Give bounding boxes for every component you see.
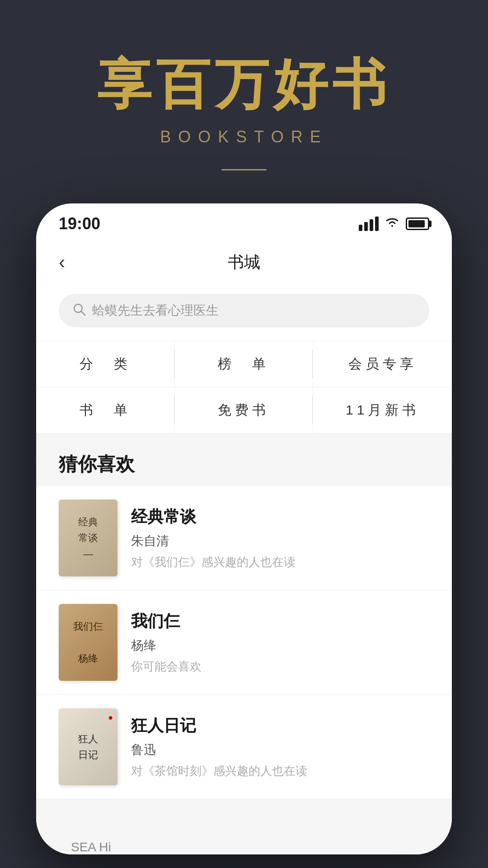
book-desc-2: 你可能会喜欢	[131, 659, 429, 675]
divider	[312, 396, 313, 424]
book-author-3: 鲁迅	[131, 741, 429, 759]
book-badge: ●	[108, 713, 113, 722]
status-time: 19:00	[59, 214, 100, 233]
signal-icon	[359, 217, 379, 231]
back-button[interactable]: ‹	[59, 253, 65, 272]
book-title-1: 经典常谈	[131, 506, 429, 528]
category-item-free[interactable]: 免费书	[175, 387, 314, 434]
category-grid: 分 类 榜 单 会员专享 书 单 免费书 11月新书	[36, 341, 452, 434]
status-bar: 19:00	[36, 203, 452, 240]
search-bar[interactable]: 蛤蟆先生去看心理医生	[59, 294, 429, 327]
hero-title: 享百万好书	[0, 54, 488, 114]
nav-title: 书城	[228, 251, 260, 274]
book-info-1: 经典常谈 朱自清 对《我们仨》感兴趣的人也在读	[131, 506, 429, 570]
book-cover-2: 我们仨杨绛	[59, 604, 117, 681]
divider	[312, 350, 313, 378]
book-cover-1: 经典常谈—	[59, 500, 117, 576]
hero-section: 享百万好书 BOOKSTORE	[0, 0, 488, 170]
divider	[174, 396, 174, 424]
svg-line-1	[81, 311, 85, 315]
book-desc-3: 对《茶馆时刻》感兴趣的人也在读	[131, 763, 429, 779]
book-info-2: 我们仨 杨绛 你可能会喜欢	[131, 610, 429, 675]
divider	[174, 350, 174, 378]
book-title-2: 我们仨	[131, 610, 429, 632]
book-cover-text-2: 我们仨杨绛	[73, 618, 103, 666]
signal-bar-4	[375, 217, 379, 231]
nav-bar: ‹ 书城	[36, 240, 452, 285]
phone-frame: 19:00	[36, 203, 452, 854]
book-author-2: 杨绛	[131, 637, 429, 654]
battery-icon	[406, 217, 429, 230]
search-placeholder-text: 蛤蟆先生去看心理医生	[92, 302, 219, 319]
battery-fill	[408, 220, 425, 227]
book-item-1[interactable]: 经典常谈— 经典常谈 朱自清 对《我们仨》感兴趣的人也在读	[36, 486, 452, 590]
category-item-classify[interactable]: 分 类	[36, 341, 175, 387]
search-container: 蛤蟆先生去看心理医生	[36, 285, 452, 341]
book-author-1: 朱自清	[131, 533, 429, 550]
book-cover-text-3: 狂人日记	[78, 731, 98, 763]
category-item-new[interactable]: 11月新书	[313, 387, 452, 434]
book-cover-3: ● 狂人日记	[59, 708, 117, 785]
book-item-3[interactable]: ● 狂人日记 狂人日记 鲁迅 对《茶馆时刻》感兴趣的人也在读	[36, 695, 452, 799]
category-item-vip[interactable]: 会员专享	[313, 341, 452, 387]
wifi-icon	[384, 216, 400, 232]
book-info-3: 狂人日记 鲁迅 对《茶馆时刻》感兴趣的人也在读	[131, 715, 429, 779]
book-item-2[interactable]: 我们仨杨绛 我们仨 杨绛 你可能会喜欢	[36, 590, 452, 695]
bottom-hint-text: SEA Hi	[71, 840, 111, 854]
phone-inner: 19:00	[36, 203, 452, 854]
recommendations-section: 猜你喜欢 经典常谈— 经典常谈 朱自清 对《我们仨》感兴趣的人也在读	[36, 434, 452, 854]
book-list: 经典常谈— 经典常谈 朱自清 对《我们仨》感兴趣的人也在读 我们仨杨绛 我们仨	[36, 486, 452, 799]
book-desc-1: 对《我们仨》感兴趣的人也在读	[131, 554, 429, 570]
hero-divider	[221, 169, 267, 170]
book-cover-text-1: 经典常谈—	[78, 514, 98, 562]
category-item-booklist[interactable]: 书 单	[36, 387, 175, 434]
search-icon	[72, 302, 86, 319]
recommendations-header: 猜你喜欢	[36, 434, 452, 486]
status-icons	[359, 216, 429, 232]
signal-bar-2	[364, 222, 368, 231]
signal-bar-1	[359, 225, 362, 231]
signal-bar-3	[370, 219, 373, 231]
book-title-3: 狂人日记	[131, 715, 429, 737]
hero-subtitle: BOOKSTORE	[0, 127, 488, 146]
category-item-rankings[interactable]: 榜 单	[175, 341, 314, 387]
